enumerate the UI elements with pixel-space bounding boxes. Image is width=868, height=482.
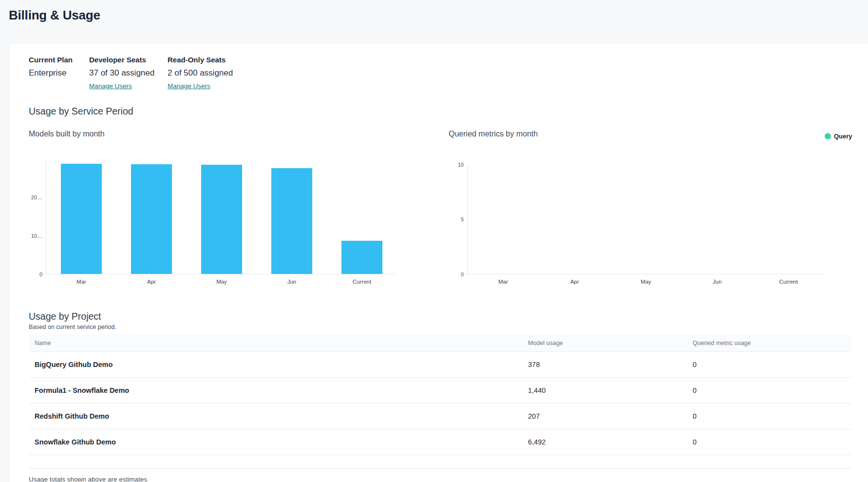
queried_metrics-xtick-mar: Mar bbox=[484, 279, 523, 285]
column-header-name: Name bbox=[29, 340, 528, 347]
project-name-cell: Formula1 - Snowflake Demo bbox=[29, 386, 528, 394]
table-row: BigQuery Github Demo3780 bbox=[29, 352, 851, 378]
column-header-model-usage: Model usage bbox=[528, 340, 693, 347]
page-title: Billing & Usage bbox=[9, 8, 100, 23]
current-plan-value: Enterprise bbox=[29, 68, 89, 78]
model-usage-cell: 378 bbox=[528, 361, 693, 368]
readonly-seats-label: Read-Only Seats bbox=[168, 56, 233, 64]
query-legend[interactable]: Query bbox=[825, 133, 852, 140]
usage-by-project-heading: Usage by Project bbox=[29, 311, 868, 322]
queried_metrics-xtick-apr: Apr bbox=[555, 279, 594, 285]
readonly-manage-users-link[interactable]: Manage Users bbox=[168, 82, 210, 90]
usage-estimates-footnote: Usage totals shown above are estimates bbox=[29, 476, 868, 482]
models_built-bar-mar[interactable] bbox=[61, 164, 102, 274]
queried_metrics-ytick: 10 bbox=[435, 162, 464, 168]
table-row: Snowflake Github Demo6,4920 bbox=[29, 429, 851, 455]
queried-metric-usage-cell: 0 bbox=[693, 438, 851, 446]
models_built-xtick-may: May bbox=[202, 279, 241, 285]
models_built-bar-jun[interactable] bbox=[271, 168, 312, 274]
readonly-seats-value: 2 of 500 assigned bbox=[168, 68, 233, 78]
models-chart-title: Models built by month bbox=[29, 130, 105, 138]
models_built-xtick-apr: Apr bbox=[132, 279, 171, 285]
queried-metric-usage-cell: 0 bbox=[693, 386, 851, 394]
footnote-divider bbox=[29, 468, 851, 469]
developer-seats-block: Developer Seats 37 of 30 assigned Manage… bbox=[89, 56, 168, 90]
column-header-queried-metric-usage: Queried metric usage bbox=[693, 340, 851, 347]
charts-area: Models built by month Queried metrics by… bbox=[9, 126, 868, 287]
project-name-cell: Snowflake Github Demo bbox=[29, 438, 528, 446]
models-built-chart: 010…20…MarAprMayJunCurrent bbox=[46, 162, 396, 274]
models_built-bar-apr[interactable] bbox=[131, 164, 172, 274]
queried-metrics-chart-title: Queried metrics by month bbox=[449, 130, 538, 138]
project-name-cell: Redshift Github Demo bbox=[29, 412, 528, 420]
queried_metrics-ytick: 5 bbox=[435, 216, 464, 222]
queried-metrics-chart: 0510MarAprMayJunCurrent bbox=[467, 165, 824, 274]
query-legend-dot-icon bbox=[825, 133, 831, 139]
plan-summary: Current Plan Enterprise Developer Seats … bbox=[9, 43, 868, 90]
models_built-ytick: 10… bbox=[14, 233, 42, 239]
developer-manage-users-link[interactable]: Manage Users bbox=[89, 82, 132, 90]
developer-seats-value: 37 of 30 assigned bbox=[89, 68, 168, 78]
models_built-xtick-mar: Mar bbox=[62, 279, 101, 285]
usage-by-project-table: Name Model usage Queried metric usage Bi… bbox=[29, 334, 851, 455]
readonly-seats-block: Read-Only Seats 2 of 500 assigned Manage… bbox=[168, 56, 233, 90]
queried_metrics-xtick-jun: Jun bbox=[698, 279, 736, 285]
usage-by-project-subtext: Based on current service period. bbox=[29, 324, 868, 330]
billing-card: Current Plan Enterprise Developer Seats … bbox=[9, 43, 868, 482]
queried_metrics-xtick-may: May bbox=[626, 279, 665, 285]
queried-metric-usage-cell: 0 bbox=[693, 412, 851, 420]
queried_metrics-xtick-current: Current bbox=[769, 279, 808, 285]
table-header-row: Name Model usage Queried metric usage bbox=[29, 334, 851, 352]
queried_metrics-ytick: 0 bbox=[435, 271, 464, 277]
query-legend-label: Query bbox=[834, 133, 852, 140]
models_built-xtick-current: Current bbox=[342, 279, 381, 285]
project-name-cell: BigQuery Github Demo bbox=[29, 361, 528, 368]
models_built-bar-current[interactable] bbox=[341, 241, 382, 274]
model-usage-cell: 207 bbox=[528, 412, 693, 420]
developer-seats-label: Developer Seats bbox=[89, 56, 168, 64]
models_built-ytick: 20… bbox=[14, 194, 42, 200]
queried-metric-usage-cell: 0 bbox=[693, 361, 851, 368]
models_built-xtick-jun: Jun bbox=[272, 279, 311, 285]
current-plan-block: Current Plan Enterprise bbox=[29, 56, 89, 90]
model-usage-cell: 1,440 bbox=[528, 386, 693, 394]
model-usage-cell: 6,492 bbox=[528, 438, 693, 446]
usage-by-service-period-heading: Usage by Service Period bbox=[29, 106, 868, 117]
table-row: Redshift Github Demo2070 bbox=[29, 404, 851, 429]
models_built-ytick: 0 bbox=[14, 271, 42, 277]
table-row: Formula1 - Snowflake Demo1,4400 bbox=[29, 378, 851, 404]
current-plan-label: Current Plan bbox=[29, 56, 89, 64]
table-body: BigQuery Github Demo3780Formula1 - Snowf… bbox=[29, 352, 851, 455]
models_built-bar-may[interactable] bbox=[201, 165, 242, 274]
